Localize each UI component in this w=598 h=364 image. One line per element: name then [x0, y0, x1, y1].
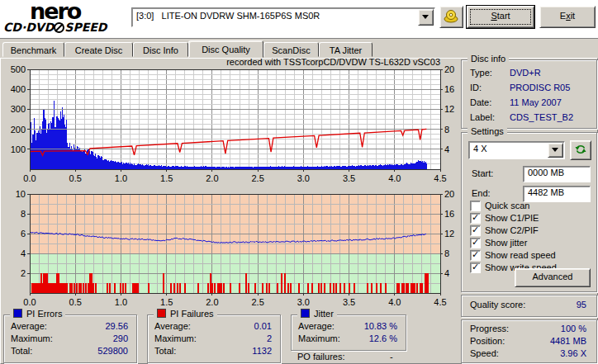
- exit-button[interactable]: Exit: [539, 6, 596, 28]
- svg-text:4.0: 4.0: [388, 297, 401, 307]
- svg-text:0.0: 0.0: [23, 297, 36, 307]
- eject-button[interactable]: [439, 6, 463, 28]
- svg-text:2.5: 2.5: [251, 173, 263, 183]
- pi-errors-maximum: 290: [113, 333, 128, 343]
- progress-group: Progress: 100 % Position: 4481 MB Speed:…: [461, 319, 597, 363]
- end-field-label: End:: [472, 188, 491, 198]
- pi-failures-average: 0.01: [254, 321, 272, 331]
- svg-text:300: 300: [11, 104, 26, 114]
- tab-disc-quality[interactable]: Disc Quality: [188, 40, 263, 58]
- speed-select-arrow-button[interactable]: [548, 143, 563, 158]
- checkbox-box[interactable]: ✓: [470, 262, 481, 273]
- speed-select[interactable]: 4 X: [468, 141, 565, 159]
- checkbox-box[interactable]: ✓: [470, 225, 481, 236]
- pi-failures-title: PI Failures: [154, 309, 217, 319]
- svg-text:16: 16: [444, 84, 454, 94]
- disc-type-value: DVD+R: [510, 68, 541, 78]
- progress-value: 100 %: [561, 324, 586, 333]
- quality-score-value: 95: [577, 300, 586, 310]
- svg-text:20: 20: [444, 64, 454, 74]
- svg-text:0.0: 0.0: [23, 173, 36, 183]
- pi-failures-maximum: 2: [267, 333, 272, 343]
- pi-failures-jitter-chart: 246810481216200.00.51.01.52.02.53.03.54.…: [0, 187, 461, 310]
- svg-text:2.5: 2.5: [251, 297, 263, 307]
- svg-text:2: 2: [21, 268, 26, 278]
- end-field[interactable]: 4482 MB: [523, 186, 591, 202]
- checkbox-box[interactable]: ✓: [470, 238, 481, 248]
- settings-group: Settings 4 X Start: 0000 MB End: 4482 MB…: [461, 132, 597, 292]
- svg-text:1.5: 1.5: [160, 173, 173, 183]
- app-header: nero CD·DVDSPEED [3:0] LITE-ON DVDRW SHM…: [0, 0, 598, 39]
- check-icon: ✓: [472, 225, 479, 235]
- pi-failures-legend-icon: [157, 309, 166, 318]
- disc-label-value: CDS_TEST_B2: [510, 112, 573, 122]
- logo-cddvd-text: CD·DVD: [3, 21, 54, 34]
- disc-date-value: 11 May 2007: [510, 97, 562, 107]
- svg-text:16: 16: [444, 209, 454, 219]
- svg-text:12: 12: [444, 104, 454, 114]
- disc-id-value: PRODISC R05: [510, 83, 570, 92]
- svg-text:1.5: 1.5: [160, 297, 173, 307]
- chevron-down-icon: [422, 15, 429, 22]
- svg-text:4: 4: [444, 268, 449, 278]
- drive-select-value: [3:0] LITE-ON DVDRW SHM-165P6S MS0R: [136, 11, 320, 21]
- settings-title: Settings: [467, 126, 507, 136]
- disc-type-label: Type:: [470, 68, 492, 78]
- svg-text:400: 400: [11, 84, 26, 94]
- po-failures-value: -: [390, 352, 393, 362]
- chart-annotation: recorded with TSSTcorpCD/DVDW TS-L632D v…: [149, 57, 440, 67]
- focus-rectangle: [470, 9, 531, 25]
- refresh-icon: [574, 143, 587, 156]
- check-icon: ✓: [472, 262, 479, 272]
- svg-text:8: 8: [21, 209, 26, 219]
- pi-errors-speed-chart: 100200300400500481216200.00.51.01.52.02.…: [0, 50, 461, 190]
- disc-id-label: ID:: [470, 83, 482, 92]
- checkbox-box[interactable]: ✓: [470, 213, 481, 224]
- svg-text:4.5: 4.5: [434, 297, 446, 307]
- svg-text:3.0: 3.0: [297, 173, 310, 183]
- eject-disc-icon: [444, 9, 459, 23]
- jitter-title: Jitter: [297, 309, 337, 319]
- checkbox-box[interactable]: ✓: [470, 201, 481, 211]
- svg-text:3.0: 3.0: [297, 297, 310, 307]
- svg-text:4.5: 4.5: [434, 173, 446, 183]
- pi-failures-stats-group: PI Failures Average: 0.01 Maximum: 2 Tot…: [147, 314, 281, 363]
- position-label: Position:: [470, 336, 505, 346]
- progress-label: Progress:: [470, 324, 509, 333]
- drive-select-arrow-button[interactable]: [418, 9, 434, 26]
- drive-select[interactable]: [3:0] LITE-ON DVDRW SHM-165P6S MS0R: [131, 7, 435, 27]
- svg-text:4.0: 4.0: [388, 173, 401, 183]
- app-logo: nero CD·DVDSPEED: [2, 2, 126, 34]
- chevron-down-icon: [552, 148, 558, 155]
- svg-text:8: 8: [444, 125, 449, 135]
- svg-text:10: 10: [16, 189, 26, 199]
- advanced-button[interactable]: Advanced: [515, 268, 591, 287]
- checkbox-box[interactable]: ✓: [470, 250, 481, 261]
- quality-score-label: Quality score:: [470, 300, 525, 310]
- svg-text:4: 4: [21, 248, 26, 258]
- svg-text:20: 20: [444, 189, 454, 199]
- svg-text:0.5: 0.5: [69, 297, 82, 307]
- pi-failures-total: 1132: [252, 346, 272, 356]
- pi-errors-legend-icon: [13, 309, 22, 318]
- svg-text:12: 12: [444, 229, 454, 239]
- svg-text:6: 6: [21, 229, 26, 239]
- svg-text:3.5: 3.5: [343, 297, 355, 307]
- nero-cd-dvd-speed-window: { "header": { "logo": { "line1": "nero",…: [0, 0, 598, 364]
- check-icon: ✓: [472, 212, 479, 223]
- quality-score-group: Quality score: 95: [461, 295, 597, 317]
- po-failures-label: PO failures:: [297, 352, 344, 362]
- disc-icon: [54, 22, 64, 33]
- speed-value: 3.96 X: [560, 348, 586, 358]
- start-field-label: Start:: [472, 168, 493, 178]
- jitter-stats-group: Jitter Average: 10.83 % Maximum: 12.6 %: [291, 314, 406, 351]
- svg-text:1.0: 1.0: [115, 173, 127, 183]
- pi-errors-title: PI Errors: [10, 309, 65, 319]
- jitter-legend-icon: [301, 309, 310, 318]
- start-field[interactable]: 0000 MB: [523, 166, 591, 182]
- pi-errors-stats-group: PI Errors Average: 29.56 Maximum: 290 To…: [3, 314, 137, 363]
- check-icon: ✓: [472, 249, 479, 260]
- refresh-button[interactable]: [570, 140, 591, 160]
- start-button[interactable]: Start: [467, 6, 534, 28]
- disc-label-label: Label:: [470, 112, 495, 122]
